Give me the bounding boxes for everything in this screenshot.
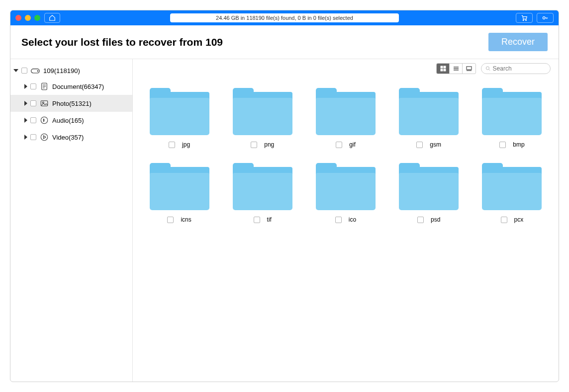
video-icon	[39, 132, 49, 142]
folder-icon	[399, 163, 459, 210]
app-window: 24.46 GB in 118190 file(s) found, 0 B in…	[10, 10, 559, 382]
checkbox[interactable]	[30, 83, 36, 89]
folder-item[interactable]: tif	[231, 163, 294, 223]
view-list-button[interactable]	[450, 64, 463, 74]
search-input[interactable]	[493, 65, 546, 72]
checkbox[interactable]	[416, 142, 423, 148]
key-icon	[541, 14, 549, 21]
folder-icon	[233, 88, 292, 135]
folder-item[interactable]: png	[231, 88, 294, 148]
folder-label: png	[264, 141, 274, 148]
folder-item[interactable]: jpg	[148, 88, 211, 148]
checkbox[interactable]	[21, 68, 27, 74]
folder-label: psd	[431, 216, 440, 223]
window-controls	[15, 15, 40, 21]
chevron-right-icon	[24, 118, 27, 123]
minimize-window-button[interactable]	[25, 15, 31, 21]
folder-label: gif	[349, 141, 356, 148]
grid-icon	[440, 66, 446, 72]
folder-label: bmp	[513, 141, 524, 148]
folder-item[interactable]: gif	[314, 88, 377, 148]
checkbox[interactable]	[30, 100, 36, 106]
home-button[interactable]	[44, 13, 60, 23]
sidebar: 109(118190) Document(66347) Photo(51321)	[10, 59, 133, 382]
main-panel: jpg png gif gsm	[133, 59, 559, 382]
maximize-window-button[interactable]	[34, 15, 40, 21]
folder-icon	[233, 163, 292, 210]
svg-rect-20	[467, 67, 472, 70]
svg-rect-16	[444, 69, 446, 71]
chevron-right-icon	[24, 84, 27, 89]
checkbox[interactable]	[169, 142, 175, 148]
view-toggle	[436, 63, 476, 74]
recover-button[interactable]: Recover	[488, 33, 548, 51]
search-icon	[485, 66, 491, 72]
folder-item[interactable]: ico	[314, 163, 377, 223]
page-header: Select your lost files to recover from 1…	[10, 25, 559, 59]
folder-icon	[316, 163, 376, 210]
checkbox[interactable]	[167, 217, 174, 223]
sidebar-item-label: Photo(51321)	[52, 100, 92, 107]
sidebar-item-audio[interactable]: Audio(165)	[10, 112, 132, 129]
svg-point-0	[523, 20, 524, 21]
sidebar-item-video[interactable]: Video(357)	[10, 129, 132, 146]
folder-item[interactable]: psd	[397, 163, 461, 223]
folder-label-row: jpg	[169, 141, 190, 148]
folder-icon	[150, 163, 209, 210]
sidebar-item-label: Audio(165)	[52, 117, 84, 124]
checkbox[interactable]	[501, 217, 507, 223]
checkbox[interactable]	[336, 142, 342, 148]
folder-label-row: pcx	[501, 216, 524, 223]
folder-label-row: tif	[254, 216, 272, 223]
checkbox[interactable]	[30, 117, 36, 123]
folder-label-row: ico	[335, 216, 356, 223]
tree-root-label: 109(118190)	[43, 67, 80, 75]
svg-rect-15	[441, 69, 443, 71]
home-icon	[49, 14, 56, 21]
checkbox[interactable]	[499, 142, 506, 148]
svg-point-2	[543, 17, 545, 19]
folder-label-row: gsm	[416, 141, 441, 148]
gallery-icon	[466, 66, 472, 72]
key-button[interactable]	[537, 13, 554, 23]
folder-icon	[482, 163, 542, 210]
checkbox[interactable]	[251, 142, 257, 148]
svg-point-22	[486, 67, 489, 70]
sidebar-item-photo[interactable]: Photo(51321)	[10, 95, 132, 112]
page-title: Select your lost files to recover from 1…	[21, 36, 223, 48]
folder-item[interactable]: bmp	[480, 88, 544, 148]
folder-item[interactable]: icns	[148, 163, 211, 223]
folder-label-row: icns	[167, 216, 191, 223]
view-gallery-button[interactable]	[463, 64, 475, 74]
folder-item[interactable]: gsm	[397, 88, 461, 148]
view-grid-button[interactable]	[437, 64, 450, 74]
chevron-right-icon	[24, 101, 27, 106]
titlebar: 24.46 GB in 118190 file(s) found, 0 B in…	[10, 10, 559, 25]
chevron-right-icon	[24, 135, 27, 140]
cart-button[interactable]	[516, 13, 533, 23]
folder-icon	[150, 88, 209, 135]
svg-rect-14	[444, 66, 446, 68]
svg-point-12	[41, 134, 48, 141]
folder-item[interactable]: pcx	[480, 163, 544, 223]
folder-label: icns	[181, 216, 191, 223]
folder-label-row: png	[251, 141, 274, 148]
tree-root[interactable]: 109(118190)	[10, 63, 132, 78]
sidebar-item-document[interactable]: Document(66347)	[10, 78, 132, 95]
checkbox[interactable]	[335, 217, 342, 223]
folder-label: ico	[349, 216, 356, 223]
body: 109(118190) Document(66347) Photo(51321)	[10, 59, 559, 382]
search-box[interactable]	[481, 63, 551, 74]
status-bar: 24.46 GB in 118190 file(s) found, 0 B in…	[170, 13, 399, 22]
close-window-button[interactable]	[15, 15, 21, 21]
svg-line-23	[489, 69, 490, 71]
folder-icon	[316, 88, 376, 135]
checkbox[interactable]	[417, 217, 424, 223]
toolbar	[133, 59, 559, 78]
checkbox[interactable]	[254, 217, 260, 223]
sidebar-item-label: Video(357)	[52, 134, 84, 141]
folder-icon	[482, 88, 542, 135]
photo-icon	[39, 98, 49, 108]
checkbox[interactable]	[30, 134, 36, 140]
svg-point-1	[526, 20, 527, 21]
